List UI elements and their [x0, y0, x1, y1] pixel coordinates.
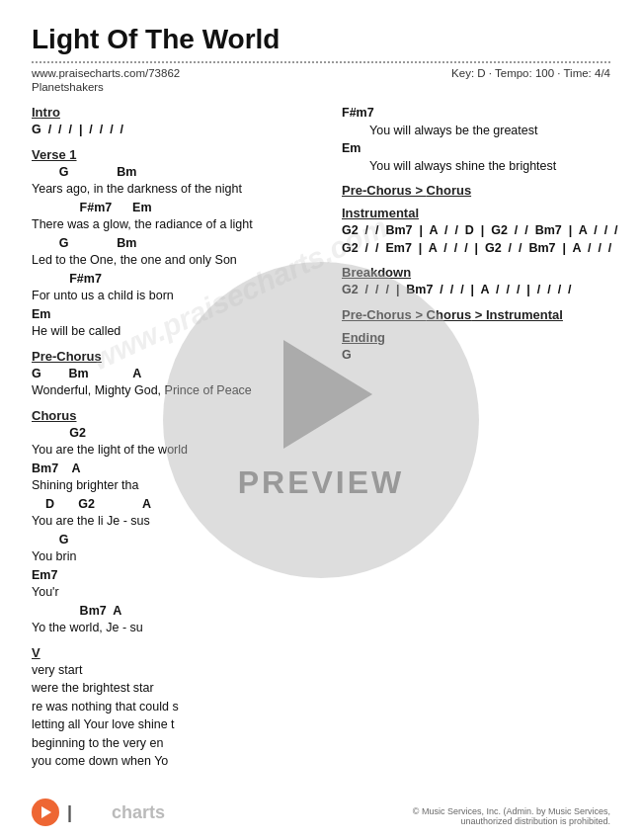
ch-chord3: D G2 A [32, 496, 318, 514]
ch-lyric3: You are the li Je - sus [32, 513, 318, 531]
v2-line6: you come down when Yo [32, 753, 318, 771]
chorus-label: Chorus [32, 408, 318, 423]
verse1-line5: Em He will be called [32, 306, 318, 341]
prechorus-chorus-ref: Pre-Chorus > Chorus [342, 183, 618, 198]
breakdown-label: Breakdown [342, 265, 618, 280]
v1-lyric3: Led to the One, the one and only Son [32, 252, 318, 270]
ch-lyric2: Shining brighter tha [32, 477, 318, 495]
footer-logo-icon [32, 798, 59, 826]
v1-lyric1: Years ago, in the darkness of the night [32, 181, 318, 199]
ch-lyric4: You brin [32, 548, 318, 566]
footer-brand-text: charts [112, 802, 165, 822]
breakdown-section: Breakdown G2 / / / | Bm7 / / / | A / / /… [342, 265, 618, 299]
v1-chord4: F#m7 [32, 271, 318, 289]
tempo-value: 100 [535, 67, 554, 79]
v1-chord1: G Bm [32, 164, 318, 182]
prechorus-label: Pre-Chorus [32, 349, 318, 364]
title-divider [32, 61, 610, 63]
instrumental-label: Instrumental [342, 206, 618, 220]
pc-chord1: G Bm A [32, 366, 318, 383]
v1-chord2: F#m7 Em [32, 200, 318, 217]
prechorus-chorus-inst-ref: Pre-Chorus > Chorus > Instrumental [342, 307, 618, 322]
intro-section: Intro G / / / | / / / / [32, 105, 318, 139]
key-label: Key: [451, 67, 477, 79]
ch-chord6: Bm7 A [32, 603, 318, 621]
prechorus-section: Pre-Chorus G Bm A Wonderful, Mighty God,… [32, 349, 318, 400]
meta-row: www.praisecharts.com/73862 Key: D · Temp… [32, 67, 610, 79]
ch-lyric5: You'r [32, 584, 318, 602]
verse1-line4: F#m7 For unto us a child is born [32, 271, 318, 305]
v1-lyric2: There was a glow, the radiance of a ligh… [32, 216, 318, 234]
footer: | charts [32, 798, 165, 826]
ending-label: Ending [342, 330, 618, 345]
v1-lyric5: He will be called [32, 323, 318, 341]
pc-lyric1: Wonderful, Mighty God, Prince of Peace [32, 382, 318, 400]
ch-chord4: G [32, 532, 318, 549]
v1-lyric4: For unto us a child is born [32, 288, 318, 305]
ch-chord2: Bm7 A [32, 461, 318, 478]
left-column: Intro G / / / | / / / / Verse 1 G Bm Yea… [32, 105, 318, 779]
prechorus-chorus-ref-block: Pre-Chorus > Chorus [342, 183, 618, 198]
em-chord: Em [342, 140, 618, 158]
instrumental-section: Instrumental G2 / / Bm7 | A / / D | G2 /… [342, 206, 618, 257]
verse1-section: Verse 1 G Bm Years ago, in the darkness … [32, 147, 318, 341]
breakdown-line1: G2 / / / | Bm7 / / / | A / / / | / / / / [342, 282, 618, 299]
ch-chord1: G2 [32, 425, 318, 443]
ch-chord5: Em7 [32, 567, 318, 585]
chorus-section: Chorus G2 You are the light of the world… [32, 408, 318, 637]
ending-chord: G [342, 347, 618, 365]
artist-name: Planetshakers [32, 81, 610, 93]
intro-chords: G / / / | / / / / [32, 122, 318, 139]
time-value: 4/4 [595, 67, 610, 79]
right-column: F#m7 You will always be the greatest Em … [342, 105, 618, 779]
v2-line1: very start [32, 662, 318, 680]
fhm7-lyric1: You will always be the greatest [342, 123, 618, 140]
ch-lyric6: Yo the world, Je - su [32, 620, 318, 637]
chorus-ref2: Chorus [427, 307, 472, 322]
verse1-line3: G Bm Led to the One, the one and only So… [32, 235, 318, 270]
footer-brand: | charts [67, 802, 165, 823]
em-lyric1: You will always shine the brightest [342, 158, 618, 176]
prechorus-chorus-inst-ref-block: Pre-Chorus > Chorus > Instrumental [342, 307, 618, 322]
v2-line2: were the brightest star [32, 680, 318, 698]
v2-line4: letting all Your love shine t [32, 716, 318, 734]
ending-section: Ending G [342, 330, 618, 365]
song-url: www.praisecharts.com/73862 [32, 67, 180, 79]
fhm7-chord: F#m7 [342, 105, 618, 123]
copyright-text: © Music Services, Inc. (Admin. by Music … [393, 806, 610, 826]
chord-chart-content: Intro G / / / | / / / / Verse 1 G Bm Yea… [32, 105, 610, 779]
inst-line1: G2 / / Bm7 | A / / D | G2 / / Bm7 | A / … [342, 222, 618, 240]
intro-label: Intro [32, 105, 318, 120]
page: Light Of The World www.praisecharts.com/… [0, 0, 642, 840]
v1-chord3: G Bm [32, 235, 318, 253]
verse2-label: V [32, 645, 318, 660]
v2-line5: beginning to the very en [32, 735, 318, 753]
chorus-ref-text: Chorus [427, 183, 472, 198]
verse1-line2: F#m7 Em There was a glow, the radiance o… [32, 200, 318, 234]
song-title: Light Of The World [32, 24, 610, 55]
ch-lyric1: You are the light of the world [32, 442, 318, 460]
footer-play-icon [41, 806, 51, 818]
verse2-section: V very start were the brightest star re … [32, 645, 318, 771]
copyright-content: © Music Services, Inc. (Admin. by Music … [413, 806, 610, 826]
v2-line3: re was nothing that could s [32, 699, 318, 716]
song-meta: Key: D · Tempo: 100 · Time: 4/4 [451, 67, 610, 79]
verse1-line1: G Bm Years ago, in the darkness of the n… [32, 164, 318, 199]
key-value: D [477, 67, 485, 79]
verse1-label: Verse 1 [32, 147, 318, 162]
v1-chord5: Em [32, 306, 318, 324]
fhm7-block: F#m7 You will always be the greatest Em … [342, 105, 618, 175]
inst-line2: G2 / / Em7 | A / / / | G2 / / Bm7 | A / … [342, 240, 618, 258]
